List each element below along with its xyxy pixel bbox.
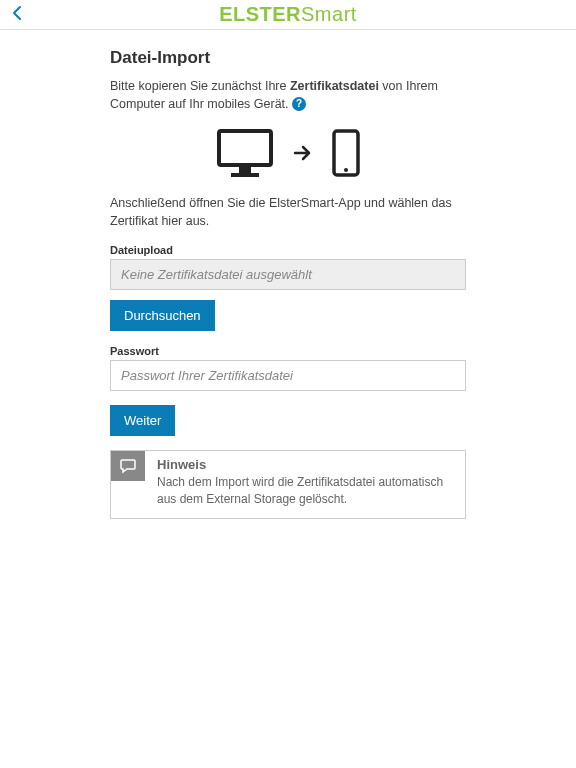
- intro-text: Bitte kopieren Sie zunächst Ihre Zertifi…: [110, 78, 466, 113]
- svg-rect-2: [231, 173, 259, 177]
- main-content: Datei-Import Bitte kopieren Sie zunächst…: [0, 30, 576, 519]
- password-input[interactable]: [110, 360, 466, 391]
- svg-rect-0: [219, 131, 271, 165]
- hint-box: Hinweis Nach dem Import wird die Zertifi…: [110, 450, 466, 519]
- desktop-icon: [215, 127, 275, 179]
- browse-button[interactable]: Durchsuchen: [110, 300, 215, 331]
- app-logo: ELSTERSmart: [219, 3, 357, 26]
- page-title: Datei-Import: [110, 48, 466, 68]
- help-icon[interactable]: ?: [292, 97, 306, 111]
- logo-light-text: Smart: [301, 3, 357, 25]
- svg-point-4: [344, 168, 348, 172]
- hint-text: Nach dem Import wird die Zertifikatsdate…: [157, 474, 453, 508]
- transfer-diagram: [110, 127, 466, 179]
- hint-title: Hinweis: [157, 457, 453, 472]
- mobile-icon: [331, 128, 361, 178]
- continue-button[interactable]: Weiter: [110, 405, 175, 436]
- password-label: Passwort: [110, 345, 466, 357]
- chevron-left-icon: [12, 5, 22, 21]
- app-header: ELSTERSmart: [0, 0, 576, 30]
- intro-pre: Bitte kopieren Sie zunächst Ihre: [110, 79, 290, 93]
- hint-content: Hinweis Nach dem Import wird die Zertifi…: [145, 451, 465, 518]
- logo-bold-text: ELSTER: [219, 3, 301, 25]
- back-button[interactable]: [8, 1, 26, 29]
- sub-text: Anschließend öffnen Sie die ElsterSmart-…: [110, 195, 466, 230]
- file-upload-display[interactable]: Keine Zertifikatsdatei ausgewählt: [110, 259, 466, 290]
- intro-bold: Zertifikatsdatei: [290, 79, 379, 93]
- file-upload-label: Dateiupload: [110, 244, 466, 256]
- svg-rect-1: [239, 167, 251, 173]
- speech-bubble-icon: [119, 457, 137, 475]
- hint-icon-container: [111, 451, 145, 481]
- arrow-right-icon: [293, 143, 313, 163]
